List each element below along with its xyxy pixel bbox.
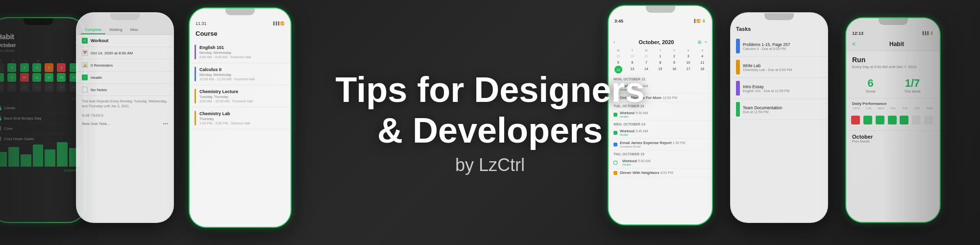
notes-text: No Notes <box>91 88 107 92</box>
cal-time: 3:45 <box>614 19 623 24</box>
core-checkbox[interactable] <box>0 126 1 131</box>
tag-icon <box>82 74 88 80</box>
notes-row: No Notes <box>77 84 173 96</box>
reminders-text: 0 Reminders <box>91 63 113 68</box>
tab-miss[interactable]: Miss <box>126 26 142 34</box>
english-color-bar <box>195 45 196 59</box>
hd-nav-title: Habit <box>859 41 934 48</box>
calculus-time: 10:00 AM - 11:00 AM · Foxmore Hall <box>199 77 255 81</box>
habit-item-core: Core <box>0 123 85 134</box>
problems-name: Problems 1-15, Page 257 <box>743 42 790 47</box>
chem-lec-schedule: Tuesday, Thursday <box>199 95 253 98</box>
bar-1 <box>0 152 7 167</box>
course-english: English 101 Monday, Wednesday 8:00 AM - … <box>190 41 291 63</box>
tasks-title: Tasks <box>736 26 822 32</box>
docs-detail: Due at 11:59 PM <box>743 110 782 114</box>
biceps-label: Back And Biceps Day <box>4 116 41 121</box>
chem-lab-time: 1:00 PM - 3:00 PM · Science Hall <box>199 122 250 125</box>
hd-thisweek-stat: 1/7 This Week <box>905 77 921 93</box>
hd-habit-info: Run Every Day at 6:00 AM until Dec 7, 20… <box>846 51 940 72</box>
hd-habit-schedule: Every Day at 6:00 AM until Dec 7, 2019 <box>852 65 934 69</box>
essay-name: Intro Essay <box>743 84 789 89</box>
workout-row: ✓ Workout <box>77 35 173 47</box>
tag-text: Health <box>91 75 102 80</box>
bar-4 <box>33 145 44 167</box>
cal-month-title: October, 2020 <box>638 39 674 45</box>
bell-icon: 🔔 <box>82 62 88 68</box>
hd-signal: ▐▐▐ 🔋 <box>921 31 934 35</box>
biceps-checkbox[interactable]: ✓ <box>0 116 1 121</box>
phone-course-list: 11:31 ▐▐▐ 📶 Course English 101 Monday, W… <box>189 7 292 228</box>
calendar-dates-row2: 5 6 7 8 9 10 11 <box>609 59 712 66</box>
perf-thu <box>888 116 897 124</box>
task-intro-essay[interactable]: Intro Essay English 101 - Due at 11:59 P… <box>731 78 827 99</box>
hd-time: 12:13 <box>852 31 863 36</box>
hd-month-title: October <box>852 134 934 140</box>
new-subtask-input[interactable] <box>82 122 163 126</box>
date-row: 📅 Oct 14, 2020 at 8:00 AM <box>77 47 173 59</box>
perf-sun <box>924 116 933 124</box>
essay-bar <box>736 81 740 96</box>
calendar-week-headers: M T W T F S S <box>609 48 712 53</box>
perf-fri <box>900 116 908 124</box>
year-label: 2020 <box>0 95 85 103</box>
banner-container: Habit October Prev Month ••• S M T W T F… <box>0 0 980 245</box>
hd-thisweek-label: This Week <box>905 90 921 93</box>
cardio-label: Cardio <box>4 106 16 110</box>
hd-month-section: October Prev Month <box>846 130 940 146</box>
hd-nav: < Habit <box>846 38 940 51</box>
course-chemistry-lec: Chemistry Lecture Tuesday, Thursday 9:00… <box>190 85 291 107</box>
writelab-name: Write Lab <box>743 63 792 68</box>
signal-icons: ▐▐▐ 📶 <box>272 22 285 25</box>
cal-prev-icon[interactable]: ‹ <box>613 40 615 45</box>
customize-button[interactable]: Customize <box>0 169 85 172</box>
english-name: English 101 <box>199 45 251 50</box>
chem-lec-time: 9:00 AM - 10:00 AM · Foxmore Hall <box>199 99 253 103</box>
chem-lab-schedule: Thursday <box>199 117 250 121</box>
subtasks-label: SUB TASKS <box>77 112 173 118</box>
hd-streak-stat: 6 Streak <box>865 77 875 93</box>
calendar-month-header: ‹ October, 2020 ⊞ + <box>609 25 712 48</box>
cal-grid-icon[interactable]: ⊞ <box>698 40 702 45</box>
calculus-color-bar <box>195 67 196 81</box>
reminders-row: 🔔 0 Reminders <box>77 59 173 72</box>
calculus-name: Calculus II <box>199 67 255 72</box>
calculus-schedule: Monday, Wednesday <box>199 73 255 76</box>
calendar-icon: 📅 <box>82 50 88 56</box>
chem-lec-color-bar <box>195 89 196 103</box>
habit-bar-chart <box>0 144 85 169</box>
workout-icon: ✓ <box>82 38 88 44</box>
habit-calendar-grid: S M T W T F S 1 2 3 4 5 6 7 8 9 10 11 12… <box>0 56 85 95</box>
problems-bar <box>736 39 740 53</box>
chem-lab-name: Chemistry Lab <box>199 111 250 116</box>
habit-month: October <box>0 43 16 48</box>
perf-tue <box>863 116 872 124</box>
calendar-dates-row1: 28 29 30 1 2 3 4 <box>609 53 712 59</box>
course-calculus: Calculus II Monday, Wednesday 10:00 AM -… <box>190 63 291 85</box>
habit-item-cooldown: Cool Down Swim <box>0 134 85 144</box>
hd-streak-value: 6 <box>865 77 875 90</box>
task-problems[interactable]: Problems 1-15, Page 257 Calculus II - Du… <box>731 36 827 57</box>
tab-complete[interactable]: Complete <box>81 26 105 34</box>
task-write-lab[interactable]: Write Lab Chemistry Lab - Due at 9:00 PM <box>731 57 827 78</box>
tab-waiting[interactable]: Waiting <box>105 26 126 34</box>
hd-stats-row: 6 Streak 1/7 This Week <box>846 72 940 98</box>
chem-lec-name: Chemistry Lecture <box>199 89 253 94</box>
cal-header-actions: ⊞ + <box>698 40 707 45</box>
cal-add-icon[interactable]: + <box>705 40 707 45</box>
problems-detail: Calculus II - Due at 5:00 PM <box>743 47 790 50</box>
cardio-checkbox[interactable]: ✓ <box>0 105 1 110</box>
bar-5 <box>45 149 55 167</box>
hd-thisweek-value: 1/7 <box>905 77 921 90</box>
habit-prev-month: Prev Month <box>0 49 16 52</box>
english-schedule: Monday, Wednesday <box>199 51 251 54</box>
course-chemistry-lab: Chemistry Lab Thursday 1:00 PM - 3:00 PM… <box>190 107 291 129</box>
habit-item-biceps: ✓ Back And Biceps Day <box>0 113 85 123</box>
back-button[interactable]: < <box>852 41 856 48</box>
hd-prev-month: Prev Month <box>852 140 934 143</box>
docs-name: Team Documentation <box>743 105 782 110</box>
task-team-docs[interactable]: Team Documentation Due at 11:59 PM <box>731 99 827 120</box>
task-date: Oct 14, 2020 at 8:00 AM <box>91 51 133 55</box>
cooldown-checkbox[interactable] <box>0 136 1 141</box>
tag-row: Health <box>77 72 173 84</box>
